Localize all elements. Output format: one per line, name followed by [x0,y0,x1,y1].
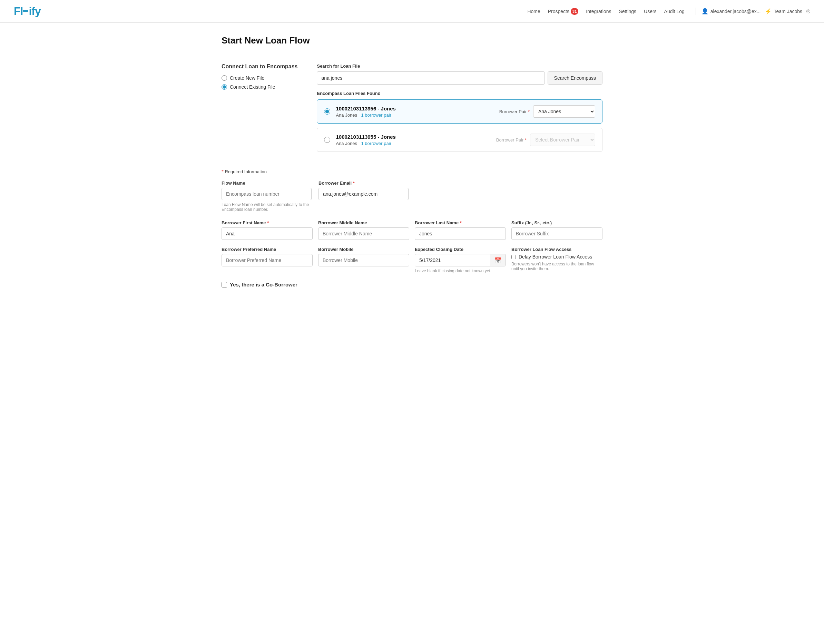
search-row: Search Encompass [317,71,603,85]
borrower-email-group: Borrower Email * [318,180,409,212]
borrower-preferred-name-group: Borrower Preferred Name [221,247,313,274]
borrower-email-label: Borrower Email * [318,180,409,186]
loan-card-2-borrower-link[interactable]: 1 borrower pair [361,141,391,146]
user-profile[interactable]: 👤 alexander.jacobs@ex... [701,8,761,14]
loan-card-1-pair: Borrower Pair * Ana Jones [499,105,595,118]
loan-card-2-pair: Borrower Pair * Select Borrower Pair [496,134,595,146]
borrower-pair-2-label: Borrower Pair * [496,137,527,143]
logo[interactable]: Flify [14,5,41,18]
search-section: Search for Loan File Search Encompass En… [317,63,603,156]
loan-card-1[interactable]: 10002103113956 - Jones Ana Jones 1 borro… [317,99,603,123]
borrower-first-name-label: Borrower First Name * [221,220,313,225]
co-borrower-checkbox[interactable] [221,282,227,287]
loan-card-2[interactable]: 10002103113955 - Jones Ana Jones 1 borro… [317,128,603,152]
delay-access-checkbox-label[interactable]: Delay Borrower Loan Flow Access [511,254,603,260]
loan-flow-access-group: Borrower Loan Flow Access Delay Borrower… [511,247,603,274]
user-info: 👤 alexander.jacobs@ex... ⚡ Team Jacobs ⎋ [701,8,810,15]
radio-create-new-input[interactable] [221,75,227,81]
radio-connect-existing-label: Connect Existing File [230,84,275,90]
closing-date-label: Expected Closing Date [415,247,506,252]
nav-users[interactable]: Users [644,9,656,14]
loan-card-1-title: 10002103113956 - Jones [336,106,493,111]
team-icon: ⚡ [765,8,772,14]
borrower-last-name-label: Borrower Last Name * [415,220,506,225]
co-borrower-row[interactable]: Yes, there is a Co-Borrower [221,281,603,287]
loan-flow-access-label: Borrower Loan Flow Access [511,247,603,252]
flow-name-group: Flow Name Loan Flow Name will be set aut… [221,180,312,212]
radio-create-new-label: Create New File [230,75,264,81]
form-row-2: Borrower First Name * Borrower Middle Na… [221,220,603,240]
connect-loan-section: Connect Loan to Encompass Create New Fil… [221,63,603,156]
nav-home[interactable]: Home [527,9,540,14]
required-info-section: * Required Information Flow Name Loan Fl… [221,168,603,287]
connect-section-title: Connect Loan to Encompass [221,63,297,70]
header: Flify Home Prospects 31 Integrations Set… [0,0,824,23]
nav-audit-log[interactable]: Audit Log [664,9,685,14]
page-title: Start New Loan Flow [221,35,603,46]
delay-access-checkbox[interactable] [511,255,516,259]
search-label: Search for Loan File [317,63,603,69]
borrower-suffix-label: Suffix (Jr., Sr., etc.) [511,220,603,225]
borrower-preferred-name-label: Borrower Preferred Name [221,247,313,252]
borrower-mobile-input[interactable] [318,254,409,266]
closing-date-input[interactable] [415,254,490,266]
borrower-last-name-group: Borrower Last Name * [415,220,506,240]
loan-card-1-info: 10002103113956 - Jones Ana Jones 1 borro… [336,106,493,118]
borrower-first-name-input[interactable] [221,227,313,240]
nav-prospects[interactable]: Prospects 31 [548,8,579,15]
user-icon: 👤 [701,8,709,14]
search-encompass-button[interactable]: Search Encompass [547,71,603,85]
team-name: Team Jacobs [774,9,802,14]
loan-card-1-sub: Ana Jones 1 borrower pair [336,112,493,118]
borrower-pair-2-select[interactable]: Select Borrower Pair [530,134,595,146]
team-info[interactable]: ⚡ Team Jacobs [765,8,802,14]
borrower-last-name-input[interactable] [415,227,506,240]
radio-connect-existing-input[interactable] [221,84,227,90]
borrower-suffix-input[interactable] [511,227,603,240]
borrower-pair-1-label: Borrower Pair * [499,109,530,114]
loan-card-1-borrower-link[interactable]: 1 borrower pair [361,112,391,118]
loan-card-2-radio[interactable] [324,137,330,143]
closing-date-hint: Leave blank if closing date not known ye… [415,269,506,274]
borrower-mobile-group: Borrower Mobile [318,247,409,274]
borrower-first-name-group: Borrower First Name * [221,220,313,240]
date-input-wrapper: 📅 [415,254,506,266]
connect-options: Connect Loan to Encompass Create New Fil… [221,63,297,156]
form-row-3: Borrower Preferred Name Borrower Mobile … [221,247,603,274]
main-nav: Home Prospects 31 Integrations Settings … [527,8,684,15]
borrower-pair-1-select[interactable]: Ana Jones [533,105,595,118]
loan-flow-access-hint: Borrowers won't have access to the loan … [511,261,603,271]
loan-card-2-sub: Ana Jones 1 borrower pair [336,141,490,146]
search-input[interactable] [317,71,544,85]
borrower-middle-name-label: Borrower Middle Name [318,220,409,225]
main-content: Start New Loan Flow Connect Loan to Enco… [205,23,619,300]
borrower-middle-name-input[interactable] [318,227,409,240]
closing-date-group: Expected Closing Date 📅 Leave blank if c… [415,247,506,274]
borrower-preferred-name-input[interactable] [221,254,313,266]
calendar-icon-button[interactable]: 📅 [490,254,506,266]
borrower-mobile-label: Borrower Mobile [318,247,409,252]
nav-settings[interactable]: Settings [619,9,636,14]
co-borrower-label: Yes, there is a Co-Borrower [230,281,297,287]
flow-name-label: Flow Name [221,180,312,186]
loan-card-2-title: 10002103113955 - Jones [336,134,490,140]
flow-name-input[interactable] [221,188,312,200]
required-note: * Required Information [221,168,603,174]
loan-card-1-radio[interactable] [324,108,330,115]
borrower-suffix-group: Suffix (Jr., Sr., etc.) [511,220,603,240]
flow-name-hint: Loan Flow Name will be set automatically… [221,202,312,212]
results-label: Encompass Loan Files Found [317,91,603,96]
radio-create-new[interactable]: Create New File [221,75,297,81]
radio-connect-existing[interactable]: Connect Existing File [221,84,297,90]
title-divider [221,53,603,53]
prospects-badge: 31 [571,8,578,15]
borrower-email-input[interactable] [318,188,409,200]
nav-integrations[interactable]: Integrations [586,9,611,14]
loan-card-2-info: 10002103113955 - Jones Ana Jones 1 borro… [336,134,490,146]
form-row-1: Flow Name Loan Flow Name will be set aut… [221,180,603,212]
username: alexander.jacobs@ex... [710,9,761,14]
logout-icon[interactable]: ⎋ [806,8,810,15]
borrower-middle-name-group: Borrower Middle Name [318,220,409,240]
